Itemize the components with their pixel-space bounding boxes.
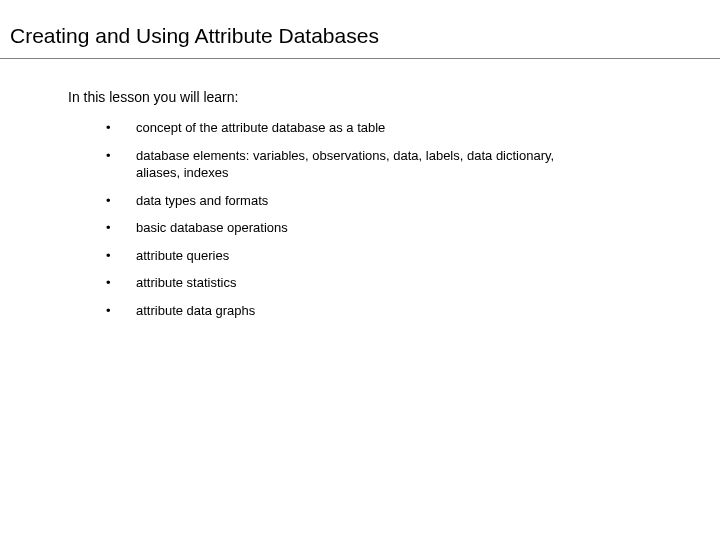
list-item: data types and formats [106, 192, 660, 210]
list-item: attribute data graphs [106, 302, 660, 320]
list-item: attribute queries [106, 247, 660, 265]
bullet-list: concept of the attribute database as a t… [68, 119, 660, 319]
list-item: attribute statistics [106, 274, 660, 292]
list-item: concept of the attribute database as a t… [106, 119, 660, 137]
list-item: database elements: variables, observatio… [106, 147, 660, 182]
list-item: basic database operations [106, 219, 660, 237]
slide-title: Creating and Using Attribute Databases [0, 0, 720, 58]
slide-content: In this lesson you will learn: concept o… [0, 59, 720, 319]
intro-text: In this lesson you will learn: [68, 89, 660, 105]
